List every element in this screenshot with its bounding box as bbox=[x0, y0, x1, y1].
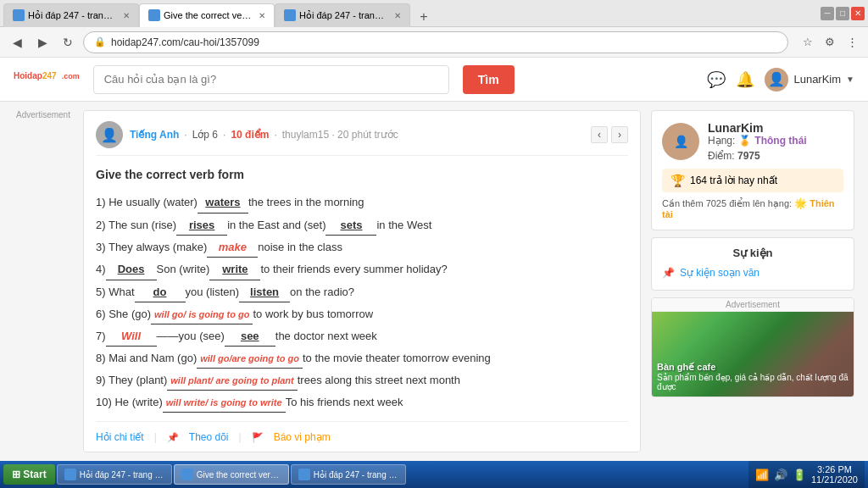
report-link[interactable]: Báo vi phạm bbox=[274, 429, 331, 447]
address-bar[interactable]: 🔒 hoidap247.com/cau-hoi/1357099 bbox=[83, 31, 788, 53]
user-info[interactable]: 👤 LunarKim ▼ bbox=[765, 68, 854, 92]
rank-label: Hạng: bbox=[708, 135, 735, 147]
close-button[interactable]: ✕ bbox=[851, 7, 865, 20]
user-card-header: 👤 LunarKim Hạng: 🏅 Thông thái Điểm: 7975 bbox=[662, 121, 843, 162]
user-avatar: 👤 bbox=[765, 68, 788, 92]
tab-2-favicon bbox=[148, 9, 160, 21]
taskbar-icon-3 bbox=[298, 469, 310, 480]
center-content: 👤 Tiếng Anh · Lớp 6 · 10 điểm · thuylam1… bbox=[83, 110, 641, 452]
taskbar-tray: 📶 🔊 🔋 3:26 PM11/21/2020 bbox=[748, 461, 865, 488]
browser-titlebar: Hỏi đáp 247 - trang tra lời ✕ Give the c… bbox=[0, 0, 868, 27]
best-answers: 🏆 164 trả lời hay nhất bbox=[662, 169, 843, 192]
points-tag: 10 điểm bbox=[231, 129, 269, 141]
bell-icon[interactable]: 🔔 bbox=[736, 70, 754, 89]
tab-3-favicon bbox=[284, 9, 296, 21]
maximize-button[interactable]: □ bbox=[836, 7, 849, 20]
search-input[interactable] bbox=[93, 65, 449, 94]
right-sidebar: 👤 LunarKim Hạng: 🏅 Thông thái Điểm: 7975 bbox=[651, 110, 854, 452]
tray-time: 3:26 PM11/21/2020 bbox=[811, 464, 858, 485]
tab-2-close[interactable]: ✕ bbox=[259, 11, 265, 20]
best-answers-text: 164 trả lời hay nhất bbox=[690, 175, 777, 186]
q9: 9) They (plant)will plant/ are going to … bbox=[96, 370, 628, 391]
trophy-icon: 🏆 bbox=[670, 174, 685, 187]
taskbar-label-1: Hỏi đáp 247 - trang tr... bbox=[80, 470, 164, 480]
new-tab-button[interactable]: + bbox=[414, 7, 434, 27]
star-icon[interactable]: ☆ bbox=[798, 33, 817, 52]
nav-arrows: ‹ › bbox=[591, 126, 628, 143]
user-name: LunarKim bbox=[793, 73, 841, 86]
tab-1[interactable]: Hỏi đáp 247 - trang tra lời ✕ bbox=[3, 3, 139, 27]
q1-answer: waters bbox=[198, 192, 248, 213]
q9-answer: will plant/ are going to plant bbox=[167, 373, 297, 391]
rank-value[interactable]: Thông thái bbox=[754, 135, 806, 147]
q2: 2) The sun (rise)risesin the East and (s… bbox=[96, 215, 628, 236]
action-bar: Hỏi chi tiết | 📌 Theo dõi | 🚩 Báo vi phạ… bbox=[96, 421, 628, 447]
follow-link[interactable]: Theo dõi bbox=[189, 429, 229, 447]
user-dropdown-icon[interactable]: ▼ bbox=[846, 75, 854, 84]
tab-3-close[interactable]: ✕ bbox=[394, 11, 401, 20]
q2-answer1: rises bbox=[176, 215, 227, 236]
taskbar: ⊞ Start Hỏi đáp 247 - trang tr... Give t… bbox=[0, 461, 868, 488]
event-item-1[interactable]: 📌 Sự kiện soạn văn bbox=[662, 264, 843, 281]
tray-volume-icon: 🔊 bbox=[774, 469, 787, 481]
question-header: 👤 Tiếng Anh · Lớp 6 · 10 điểm · thuylam1… bbox=[96, 121, 628, 156]
menu-icon[interactable]: ⋮ bbox=[843, 33, 861, 52]
question-meta: Tiếng Anh · Lớp 6 · 10 điểm · thuylam15 … bbox=[130, 129, 584, 141]
ad-image[interactable]: Bàn ghế cafe Sản phẩm bền đẹp, giá cả hấ… bbox=[652, 312, 854, 396]
taskbar-icon-2 bbox=[181, 469, 193, 480]
ad-title: Bàn ghế cafe bbox=[657, 362, 849, 373]
question-author-avatar: 👤 bbox=[96, 121, 123, 148]
taskbar-item-3[interactable]: Hỏi đáp 247 - trang tr... bbox=[291, 464, 406, 485]
events-card: Sự kiện 📌 Sự kiện soạn văn bbox=[651, 237, 854, 291]
left-ad-label: Advertisement bbox=[14, 110, 73, 119]
start-button[interactable]: ⊞ Start bbox=[3, 464, 55, 485]
q7: 7)Will——you (see)seethe doctor next week bbox=[96, 326, 628, 347]
q6-answer: will go/ is going to go bbox=[151, 307, 253, 324]
header-icons: 💬 🔔 👤 LunarKim ▼ bbox=[707, 68, 854, 92]
tray-battery-icon: 🔋 bbox=[793, 469, 806, 481]
search-button[interactable]: Tìm bbox=[463, 65, 515, 94]
taskbar-label-3: Hỏi đáp 247 - trang tr... bbox=[314, 470, 398, 480]
back-button[interactable]: ◀ bbox=[7, 32, 27, 53]
tab-2[interactable]: Give the correct verb form 1) He... ✕ bbox=[139, 3, 275, 27]
ad-card: Advertisement Bàn ghế cafe Sản phẩm bền … bbox=[651, 297, 854, 397]
taskbar-item-2[interactable]: Give the correct verb... bbox=[174, 464, 289, 485]
chat-icon[interactable]: 💬 bbox=[707, 70, 726, 89]
q5-answer2: listen bbox=[239, 282, 290, 302]
upgrade-info: Cần thêm 7025 điểm lên hạng: 🌟 Thiên tài bbox=[662, 197, 843, 219]
taskbar-icon-1 bbox=[64, 469, 76, 480]
forward-button[interactable]: ▶ bbox=[32, 32, 53, 53]
q4-answer2: write bbox=[209, 259, 260, 280]
page-content: Hoidap247 .com Tìm 💬 🔔 👤 LunarKim ▼ Adve… bbox=[0, 58, 868, 461]
tab-1-label: Hỏi đáp 247 - trang tra lời bbox=[28, 10, 116, 21]
user-points: Điểm: 7975 bbox=[708, 150, 807, 162]
q5: 5) Whatdoyou (listen)listenon the radio? bbox=[96, 282, 628, 302]
left-ad-col: Advertisement bbox=[14, 110, 73, 452]
q4-answer1: Does bbox=[106, 259, 157, 280]
tab-1-close[interactable]: ✕ bbox=[123, 11, 130, 20]
ad-card-label: Advertisement bbox=[652, 298, 854, 312]
site-logo[interactable]: Hoidap247 .com bbox=[14, 69, 80, 91]
next-question-button[interactable]: › bbox=[611, 126, 628, 143]
prev-question-button[interactable]: ‹ bbox=[591, 126, 608, 143]
minimize-button[interactable]: ─ bbox=[821, 7, 834, 20]
subject-tag: Tiếng Anh bbox=[130, 129, 179, 141]
q10-answer: will write/ is going to write bbox=[163, 395, 286, 413]
refresh-button[interactable]: ↻ bbox=[58, 32, 78, 53]
q1: 1) He usually (water)watersthe trees in … bbox=[96, 192, 628, 213]
extensions-icon[interactable]: ⚙ bbox=[821, 33, 839, 52]
q3: 3) They always (make)makenoise in the cl… bbox=[96, 237, 628, 258]
site-header: Hoidap247 .com Tìm 💬 🔔 👤 LunarKim ▼ bbox=[0, 58, 868, 102]
tab-3[interactable]: Hỏi đáp 247 - trang tra lời ✕ bbox=[275, 3, 410, 27]
question-title: Give the correct verb form bbox=[96, 164, 628, 186]
q6: 6) She (go)will go/ is going to goto wor… bbox=[96, 304, 628, 324]
q7-answer1: Will bbox=[106, 326, 157, 347]
tray-network-icon: 📶 bbox=[755, 469, 769, 481]
q4: 4)DoesSon (write)writeto their friends e… bbox=[96, 259, 628, 280]
tab-1-favicon bbox=[13, 9, 25, 21]
user-rank: Hạng: 🏅 Thông thái bbox=[708, 135, 807, 147]
browser-actions: ☆ ⚙ ⋮ bbox=[798, 33, 861, 52]
taskbar-item-1[interactable]: Hỏi đáp 247 - trang tr... bbox=[57, 464, 172, 485]
q8: 8) Mai and Nam (go)will go/are going to … bbox=[96, 348, 628, 369]
detail-link[interactable]: Hỏi chi tiết bbox=[96, 429, 144, 447]
